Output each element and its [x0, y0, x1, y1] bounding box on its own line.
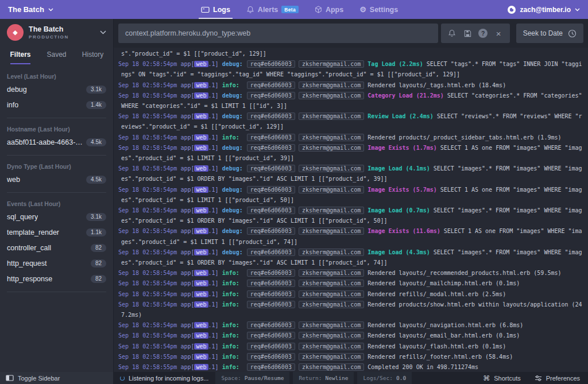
filter-item[interactable]: sql_query3.1k	[7, 209, 106, 224]
save-search-button[interactable]	[460, 24, 475, 43]
app-switcher[interactable]: ◆ The Batch PRODUCTION	[0, 19, 113, 44]
log-entry[interactable]: Sep 18 02:58:54pm app[web.1] info: req#e…	[118, 268, 583, 278]
user-chip[interactable]: zksherm@gmail.com	[299, 186, 364, 193]
shortcuts-button[interactable]: ⌘ Shortcuts	[483, 374, 520, 382]
org-switcher[interactable]: The Batch	[8, 5, 114, 14]
sidebar-tab-history[interactable]: History	[75, 45, 111, 64]
log-entry[interactable]: Sep 18 02:58:54pm app[web.1] debug: req#…	[118, 164, 583, 184]
user-chip[interactable]: zksherm@gmail.com	[299, 363, 364, 371]
user-chip[interactable]: zksherm@gmail.com	[299, 207, 364, 214]
filter-item[interactable]: debug3.1k	[7, 82, 106, 97]
tab-alerts[interactable]: Alerts Beta	[240, 0, 305, 19]
user-chip[interactable]: zksherm@gmail.com	[299, 165, 364, 172]
tab-apps[interactable]: Apps	[308, 0, 350, 19]
log-entry[interactable]: Sep 18 02:58:55pm app[web.1] info: req#e…	[118, 362, 583, 372]
user-chip[interactable]: zksherm@gmail.com	[299, 301, 364, 308]
user-chip[interactable]: zksherm@gmail.com	[299, 249, 364, 256]
filter-item-label: aa5bf011-aabe-4663-bf8a-…	[7, 138, 86, 146]
request-id-chip[interactable]: req#e6d06003	[247, 82, 295, 89]
request-id-chip[interactable]: req#e6d06003	[247, 343, 295, 350]
request-id-chip[interactable]: req#e6d06003	[247, 60, 295, 68]
request-id-chip[interactable]: req#e6d06003	[247, 301, 295, 308]
sidebar-tab-filters[interactable]: Filters	[2, 45, 38, 64]
hint-value: 0.0	[396, 375, 406, 381]
filter-item[interactable]: http_response82	[7, 271, 106, 286]
user-chip[interactable]: zksherm@gmail.com	[299, 134, 364, 141]
log-entry[interactable]: Sep 18 02:58:54pm app[web.1] debug: req#…	[118, 247, 583, 268]
request-id-chip[interactable]: req#e6d06003	[247, 207, 295, 214]
log-entry[interactable]: Sep 18 02:58:54pm app[web.1] info: req#e…	[118, 133, 583, 143]
request-id-chip[interactable]: req#e6d06003	[247, 249, 295, 256]
help-button[interactable]: ?	[475, 24, 491, 43]
preferences-label: Preferences	[546, 375, 580, 382]
request-id-chip[interactable]: req#e6d06003	[247, 321, 295, 329]
request-id-chip[interactable]: req#e6d06003	[247, 269, 295, 277]
sidebar-tab-saved[interactable]: Saved	[38, 45, 75, 64]
filter-item[interactable]: info1.4k	[7, 97, 106, 113]
question-icon: ?	[478, 29, 488, 38]
log-message: Rendered layouts/_tags.html.erb (18.4ms)	[368, 82, 506, 88]
user-chip[interactable]: zksherm@gmail.com	[299, 280, 364, 287]
clear-search-button[interactable]: ×	[491, 24, 506, 43]
log-entry[interactable]: Sep 18 02:58:54pm app[web.1] info: req#e…	[118, 320, 583, 331]
filter-item[interactable]: aa5bf011-aabe-4663-bf8a-…4.5k	[7, 134, 106, 150]
tab-logs[interactable]: Logs	[195, 0, 237, 19]
log-entry[interactable]: Sep 18 02:58:54pm app[web.1] debug: req#…	[118, 226, 583, 247]
user-chip[interactable]: zksherm@gmail.com	[299, 144, 364, 152]
request-id-chip[interactable]: req#e6d06003	[247, 332, 295, 339]
filter-item[interactable]: http_request82	[7, 255, 106, 271]
log-entry[interactable]: Sep 18 02:58:55pm app[web.1] info: req#e…	[118, 352, 583, 362]
request-id-chip[interactable]: req#e6d06003	[247, 92, 295, 99]
request-id-chip[interactable]: req#e6d06003	[247, 280, 295, 287]
log-entry[interactable]: Sep 18 02:58:54pm app[web.1] debug: req#…	[118, 91, 583, 111]
tab-settings[interactable]: ⚙ Settings	[353, 0, 404, 19]
user-chip[interactable]: zksherm@gmail.com	[299, 332, 364, 339]
request-id-chip[interactable]: req#e6d06003	[247, 113, 295, 120]
user-chip[interactable]: zksherm@gmail.com	[299, 92, 364, 99]
user-chip[interactable]: zksherm@gmail.com	[299, 343, 364, 350]
request-id-chip[interactable]: req#e6d06003	[247, 290, 295, 298]
log-entry[interactable]: Sep 18 02:58:54pm app[web.1] info: req#e…	[118, 278, 583, 289]
log-entry[interactable]: Sep 18 02:58:54pm app[web.1] info: req#e…	[118, 289, 583, 300]
user-chip[interactable]: zksherm@gmail.com	[299, 269, 364, 277]
log-entry[interactable]: Sep 18 02:58:54pm app[web.1] debug: req#…	[118, 111, 583, 132]
log-event-name: Image Exists (1.7ms)	[368, 145, 436, 151]
user-chip[interactable]: zksherm@gmail.com	[299, 353, 364, 360]
alert-bell-button[interactable]	[444, 24, 460, 43]
request-id-chip[interactable]: req#e6d06003	[247, 227, 295, 235]
log-entry[interactable]: Sep 18 02:58:54pm app[web.1] debug: req#…	[118, 59, 583, 80]
request-id-chip[interactable]: req#e6d06003	[247, 134, 295, 141]
user-chip[interactable]: zksherm@gmail.com	[299, 290, 364, 298]
user-chip[interactable]: zksherm@gmail.com	[299, 82, 364, 89]
user-chip[interactable]: zksherm@gmail.com	[299, 321, 364, 329]
user-chip[interactable]: zksherm@gmail.com	[299, 227, 364, 235]
filter-item[interactable]: controller_call82	[7, 240, 106, 255]
log-entry[interactable]: Sep 18 02:58:54pm app[web.1] debug: req#…	[118, 205, 583, 226]
log-entry[interactable]: Sep 18 02:58:54pm app[web.1] info: req#e…	[118, 331, 583, 341]
preferences-button[interactable]: Preferences	[535, 375, 580, 382]
log-entry[interactable]: Sep 18 02:58:54pm app[web.1] debug: req#…	[118, 185, 583, 205]
search-input[interactable]: context.platform.heroku.dyno_type:web	[118, 24, 438, 43]
tab-label: Alerts	[258, 6, 278, 14]
user-chip[interactable]: zksherm@gmail.com	[299, 113, 364, 120]
log-entry[interactable]: Sep 18 02:58:54pm app[web.1] info: req#e…	[118, 342, 583, 352]
request-id-chip[interactable]: req#e6d06003	[247, 144, 295, 152]
log-entry[interactable]: s"."product_id" = $1 [["product_id", 129…	[118, 49, 583, 59]
filter-item-count: 82	[91, 275, 106, 283]
filter-item[interactable]: template_render1.1k	[7, 224, 106, 240]
request-id-chip[interactable]: req#e6d06003	[247, 353, 295, 360]
toggle-sidebar-button[interactable]: Toggle Sidebar	[0, 372, 113, 384]
dyno-chip: web	[194, 332, 208, 339]
user-chip[interactable]: zksherm@gmail.com	[299, 60, 364, 68]
log-entry[interactable]: Sep 18 02:58:54pm app[web.1] info: req#e…	[118, 300, 583, 320]
request-id-chip[interactable]: req#e6d06003	[247, 186, 295, 193]
log-level: info:	[222, 352, 243, 362]
request-id-chip[interactable]: req#e6d06003	[247, 165, 295, 172]
log-entry[interactable]: Sep 18 02:58:54pm app[web.1] info: req#e…	[118, 80, 583, 91]
seek-to-date-button[interactable]: Seek to Date	[516, 24, 583, 43]
app-environment: PRODUCTION	[29, 34, 95, 40]
filter-item[interactable]: web4.5k	[7, 172, 106, 187]
request-id-chip[interactable]: req#e6d06003	[247, 363, 295, 371]
user-menu[interactable]: zach@timber.io	[507, 5, 580, 14]
log-entry[interactable]: Sep 18 02:58:54pm app[web.1] debug: req#…	[118, 143, 583, 164]
